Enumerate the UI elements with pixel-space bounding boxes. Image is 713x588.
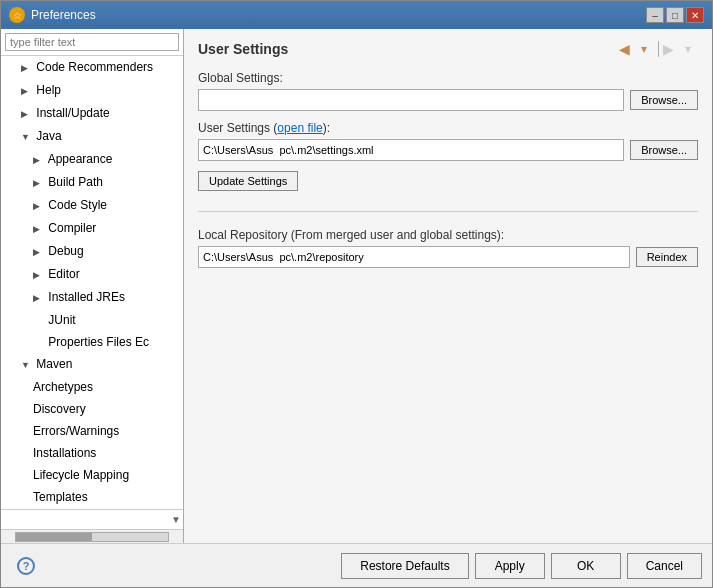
sidebar-item-code-style[interactable]: ▶ Code Style [1,194,183,217]
sidebar-item-build-path[interactable]: ▶ Build Path [1,171,183,194]
expand-arrow: ▶ [33,151,45,169]
local-repo-label: Local Repository (From merged user and g… [198,228,698,242]
bottom-bar: ? Restore Defaults Apply OK Cancel [1,543,712,587]
expand-arrow: ▶ [33,197,45,215]
expand-arrow: ▶ [21,105,33,123]
restore-defaults-button[interactable]: Restore Defaults [341,553,468,579]
scroll-down-arrow[interactable]: ▼ [171,514,181,525]
global-settings-input[interactable] [198,89,624,111]
sidebar-item-templates[interactable]: Templates [1,486,183,508]
help-area: ? [11,557,41,575]
preferences-window: ☆ Preferences – □ ✕ ▶ Code Recommenders … [0,0,713,588]
sidebar-item-installed-jres[interactable]: ▶ Installed JREs [1,286,183,309]
sidebar-item-archetypes[interactable]: Archetypes [1,376,183,398]
main-panel: User Settings ◀ ▾ ▶ ▾ Global Settings: B… [184,29,712,543]
sidebar-item-code-recommenders[interactable]: ▶ Code Recommenders [1,56,183,79]
expand-arrow: ▼ [21,356,33,374]
reindex-button[interactable]: Reindex [636,247,698,267]
sidebar-item-editor[interactable]: ▶ Editor [1,263,183,286]
sidebar-item-debug[interactable]: ▶ Debug [1,240,183,263]
expand-arrow: ▶ [21,59,33,77]
sidebar-item-compiler[interactable]: ▶ Compiler [1,217,183,240]
panel-title: User Settings [198,41,288,57]
sidebar-item-discovery[interactable]: Discovery [1,398,183,420]
h-scroll-thumb [16,533,92,541]
minimize-button[interactable]: – [646,7,664,23]
forward-nav-arrow: ▶ [663,41,674,57]
restore-button[interactable]: □ [666,7,684,23]
sidebar: ▶ Code Recommenders ▶ Help ▶ Install/Upd… [1,29,184,543]
panel-toolbar: ◀ ▾ ▶ ▾ [619,39,698,59]
back-dropdown-button[interactable]: ▾ [634,39,654,59]
filter-input[interactable] [5,33,179,51]
window-title: Preferences [31,8,96,22]
title-bar-controls: – □ ✕ [646,7,704,23]
sidebar-item-appearance[interactable]: ▶ Appearance [1,148,183,171]
panel-header: User Settings ◀ ▾ ▶ ▾ [198,39,698,59]
divider [198,211,698,212]
local-repo-row: Reindex [198,246,698,268]
update-settings-button[interactable]: Update Settings [198,171,298,191]
tree-container: ▶ Code Recommenders ▶ Help ▶ Install/Upd… [1,56,183,509]
sidebar-item-install-update[interactable]: ▶ Install/Update [1,102,183,125]
forward-dropdown-button[interactable]: ▾ [678,39,698,59]
local-repo-input[interactable] [198,246,630,268]
h-scroll-bar[interactable] [15,532,169,542]
expand-arrow: ▶ [33,289,45,307]
expand-arrow: ▶ [33,243,45,261]
sidebar-item-junit[interactable]: JUnit [1,309,183,331]
cancel-button[interactable]: Cancel [627,553,702,579]
close-button[interactable]: ✕ [686,7,704,23]
sidebar-item-help[interactable]: ▶ Help [1,79,183,102]
filter-box [1,29,183,56]
global-settings-browse-button[interactable]: Browse... [630,90,698,110]
expand-arrow: ▶ [33,174,45,192]
open-file-link[interactable]: open file [277,121,322,135]
sidebar-item-errors-warnings[interactable]: Errors/Warnings [1,420,183,442]
global-settings-row: Browse... [198,89,698,111]
user-settings-row: Browse... [198,139,698,161]
toolbar-separator [658,41,659,57]
sidebar-scroll-bottom: ▼ [1,509,183,529]
user-settings-input[interactable] [198,139,624,161]
window-icon: ☆ [9,7,25,23]
sidebar-item-properties-files[interactable]: Properties Files Ec [1,331,183,353]
user-settings-label: User Settings (open file): [198,121,698,135]
content-area: ▶ Code Recommenders ▶ Help ▶ Install/Upd… [1,29,712,543]
expand-arrow: ▶ [21,82,33,100]
title-bar-left: ☆ Preferences [9,7,96,23]
horizontal-scroll [1,529,183,543]
global-settings-label: Global Settings: [198,71,698,85]
expand-arrow: ▼ [21,128,33,146]
sidebar-item-installations[interactable]: Installations [1,442,183,464]
apply-button[interactable]: Apply [475,553,545,579]
sidebar-item-maven[interactable]: ▼ Maven [1,353,183,376]
sidebar-item-lifecycle-mapping[interactable]: Lifecycle Mapping [1,464,183,486]
ok-button[interactable]: OK [551,553,621,579]
expand-arrow: ▶ [33,220,45,238]
help-button[interactable]: ? [17,557,35,575]
back-nav-arrow[interactable]: ◀ [619,41,630,57]
user-settings-browse-button[interactable]: Browse... [630,140,698,160]
sidebar-item-java[interactable]: ▼ Java [1,125,183,148]
title-bar: ☆ Preferences – □ ✕ [1,1,712,29]
expand-arrow: ▶ [33,266,45,284]
